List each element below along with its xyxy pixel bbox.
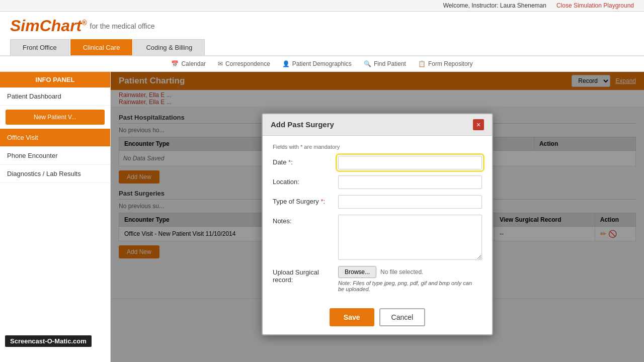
tab-clinical-care[interactable]: Clinical Care <box>70 39 133 55</box>
watermark: Screencast-O-Matic.com <box>5 335 92 347</box>
no-file-text: No file selected. <box>380 268 423 276</box>
top-bar: Welcome, Instructor: Laura Sheneman Clos… <box>0 0 644 12</box>
notes-row: Notes: <box>273 215 482 260</box>
upload-row: Upload Surgical record: Browse... No fil… <box>273 266 482 292</box>
patient-demographics-icon: 👤 <box>282 60 290 67</box>
tab-front-office[interactable]: Front Office <box>10 39 69 55</box>
modal-close-button[interactable]: × <box>473 119 484 130</box>
modal-body: Fields with * are mandatory Date *: Loca… <box>263 136 492 303</box>
modal-save-button[interactable]: Save <box>330 308 374 326</box>
notes-textarea[interactable] <box>338 215 482 260</box>
form-repository-icon: 📋 <box>418 60 426 67</box>
date-label: Date *: <box>273 156 338 166</box>
browse-button[interactable]: Browse... <box>338 266 376 278</box>
mandatory-note: Fields with * are mandatory <box>273 144 482 150</box>
notes-label: Notes: <box>273 215 338 225</box>
main-area: Patient Charting Record Expand Rainwater… <box>111 72 644 362</box>
welcome-text: Welcome, Instructor: Laura Sheneman <box>443 2 546 9</box>
type-of-surgery-input[interactable] <box>338 195 482 209</box>
tab-coding-billing[interactable]: Coding & Billing <box>133 39 205 55</box>
find-patient-nav-item[interactable]: 🔍 Find Patient <box>364 60 406 67</box>
find-patient-icon: 🔍 <box>364 60 371 67</box>
location-row: Location: <box>273 175 482 189</box>
sidebar-item-phone-encounter[interactable]: Phone Encounter <box>0 147 110 165</box>
new-patient-visit-button[interactable]: New Patient V... <box>6 110 105 125</box>
sidebar-header: INFO PANEL <box>0 72 110 87</box>
modal-overlay: Add Past Surgery × Fields with * are man… <box>111 72 644 362</box>
modal-footer: Save Cancel <box>263 303 492 334</box>
location-label: Location: <box>273 175 338 186</box>
sidebar-item-patient-dashboard[interactable]: Patient Dashboard <box>0 87 110 106</box>
type-of-surgery-label: Type of Surgery *: <box>273 195 338 205</box>
logo-simchart: SimChart® <box>10 17 87 35</box>
modal-header: Add Past Surgery × <box>263 114 492 136</box>
close-simulation-link[interactable]: Close Simulation Playground <box>556 2 634 9</box>
upload-label: Upload Surgical record: <box>273 266 338 284</box>
calendar-icon: 📅 <box>171 60 179 67</box>
sidebar: INFO PANEL Patient Dashboard New Patient… <box>0 72 111 362</box>
modal-cancel-button[interactable]: Cancel <box>379 308 426 326</box>
logo-subtitle: for the medical office <box>90 22 155 30</box>
modal-title: Add Past Surgery <box>271 120 334 129</box>
upload-right: Browse... No file selected. Note: Files … <box>338 266 474 292</box>
location-input[interactable] <box>338 175 482 189</box>
nav-tabs: Front Office Clinical Care Coding & Bill… <box>10 39 634 55</box>
content-wrapper: INFO PANEL Patient Dashboard New Patient… <box>0 72 644 362</box>
calendar-nav-item[interactable]: 📅 Calendar <box>171 60 206 67</box>
add-past-surgery-modal: Add Past Surgery × Fields with * are man… <box>262 113 493 335</box>
patient-demographics-nav-item[interactable]: 👤 Patient Demographics <box>282 60 352 67</box>
form-repository-nav-item[interactable]: 📋 Form Repository <box>418 60 473 67</box>
header: SimChart® for the medical office Front O… <box>0 12 644 56</box>
sidebar-item-office-visit[interactable]: Office Visit <box>0 129 110 147</box>
upload-note: Note: Files of type jpeg, png, pdf, gif … <box>338 280 474 292</box>
date-row: Date *: <box>273 156 482 169</box>
icons-bar: 📅 Calendar ✉ Correspondence 👤 Patient De… <box>0 56 644 72</box>
correspondence-icon: ✉ <box>218 60 223 67</box>
date-input[interactable] <box>338 156 482 169</box>
correspondence-nav-item[interactable]: ✉ Correspondence <box>218 60 270 67</box>
type-of-surgery-row: Type of Surgery *: <box>273 195 482 209</box>
sidebar-item-diagnostics-lab[interactable]: Diagnostics / Lab Results <box>0 165 110 183</box>
